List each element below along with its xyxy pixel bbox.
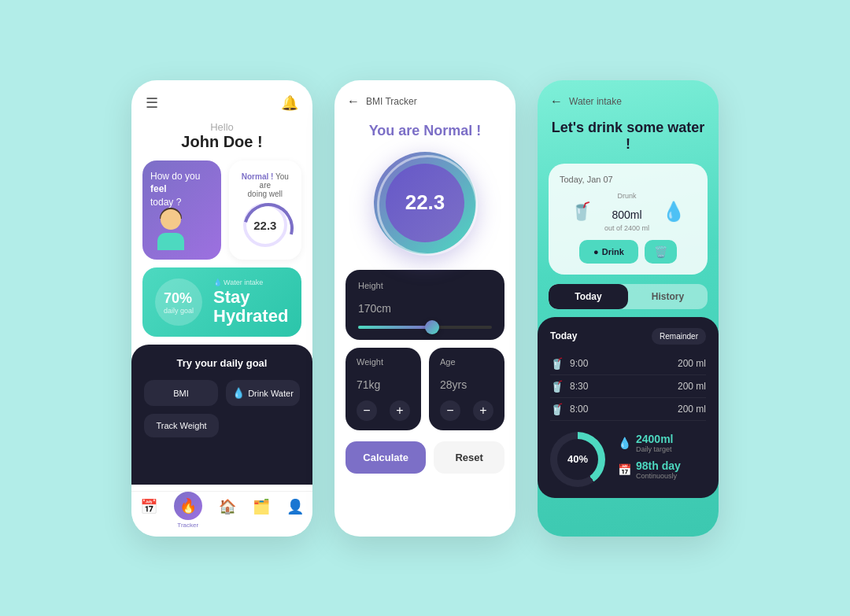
drink-dot: ● — [593, 247, 599, 256]
water-drunk-label: Drunk — [604, 192, 649, 200]
weight-increase-button[interactable]: + — [390, 400, 410, 421]
feel-card[interactable]: How do you feeltoday ? — [142, 160, 221, 260]
fire-icon: 🔥 — [174, 492, 202, 520]
nav-tracker[interactable]: 🔥 Tracker — [174, 498, 202, 529]
nav-profile[interactable]: 👤 — [286, 498, 304, 529]
avatar-shirt — [157, 233, 184, 250]
avatar — [150, 209, 191, 250]
screen-water: ← Water intake Let's drink some water ! … — [538, 80, 719, 537]
reset-button[interactable]: Reset — [434, 441, 504, 474]
bmi-screen-title: BMI Tracker — [366, 96, 417, 107]
water-header: ← Water intake — [538, 80, 719, 116]
water-today-card: Today, Jan 07 🥤 Drunk 800ml out of 2400 … — [549, 164, 708, 275]
height-card: Height 170cm — [346, 270, 504, 340]
daily-target-label: Daily target — [636, 445, 673, 453]
calc-buttons: Calculate Reset — [346, 441, 504, 474]
log-amount-3: 200 ml — [678, 404, 706, 415]
weight-stepper: − + — [357, 400, 410, 421]
height-slider-track[interactable] — [358, 326, 492, 329]
water-progress-circle: 40% — [550, 432, 605, 487]
water-circle-bg: 70% daily goal — [155, 278, 202, 326]
weight-label: Weight — [357, 357, 410, 367]
feel-card-text: How do you feeltoday ? — [150, 170, 213, 209]
log-cup-icon-1: 🥤 — [550, 357, 564, 370]
metrics-row: Weight 71kg − + Age 28yrs − + — [346, 348, 504, 430]
water-stats-details: 💧 2400ml Daily target 📅 98th day — [618, 433, 706, 486]
height-value: 170cm — [358, 293, 492, 318]
age-increase-button[interactable]: + — [473, 400, 493, 421]
streak-stat: 📅 98th day Continuously — [618, 459, 706, 480]
water-drop-icon: 💧 — [662, 201, 686, 223]
log-amount-1: 200 ml — [678, 358, 706, 369]
screen-home: ☰ 🔔 Hello John Doe ! How do you feeltoda… — [131, 80, 312, 537]
water-back-arrow-icon[interactable]: ← — [550, 94, 563, 109]
daily-goal-title: Try your daily goal — [144, 357, 300, 369]
nav-grid[interactable]: 🗂️ — [253, 498, 270, 529]
bmi-status-text: You are Normal ! — [334, 116, 516, 152]
calendar-stat-icon: 📅 — [618, 463, 631, 476]
drink-button[interactable]: ● Drink — [579, 240, 638, 264]
goal-buttons: BMI 💧 Drink Water — [144, 380, 300, 406]
nav-calendar[interactable]: 📅 — [140, 498, 157, 529]
avatar-head — [161, 209, 181, 230]
daily-goal-section: Try your daily goal BMI 💧 Drink Water Tr… — [131, 345, 312, 485]
height-slider-fill — [358, 326, 432, 329]
back-arrow-icon[interactable]: ← — [347, 94, 360, 109]
trash-button[interactable]: 🗑️ — [645, 240, 677, 264]
weight-card: Weight 71kg − + — [346, 348, 421, 430]
water-amount-main: Drunk 800ml out of 2400 ml — [604, 192, 649, 232]
log-time-3: 8:00 — [570, 404, 588, 415]
water-label: 💧Water intake — [213, 278, 288, 286]
water-out-of: out of 2400 ml — [604, 224, 649, 232]
tab-history[interactable]: History — [628, 284, 708, 309]
remainder-button[interactable]: Remainder — [652, 328, 706, 345]
home-header: ☰ 🔔 — [131, 80, 312, 118]
height-label: Height — [358, 281, 492, 290]
water-percent: 70% — [164, 290, 194, 307]
water-stats-row: 40% 💧 2400ml Daily target — [550, 432, 706, 487]
water-screen-title: Water intake — [569, 96, 622, 107]
weight-decrease-button[interactable]: − — [357, 400, 377, 421]
log-header: Today Remainder — [550, 328, 706, 345]
grid-icon: 🗂️ — [253, 498, 270, 515]
menu-icon[interactable]: ☰ — [146, 94, 158, 112]
drink-buttons: ● Drink 🗑️ — [560, 240, 697, 264]
bell-icon[interactable]: 🔔 — [281, 94, 298, 112]
age-card: Age 28yrs − + — [429, 348, 504, 430]
age-label: Age — [440, 357, 493, 367]
tab-bar: Today History — [549, 284, 708, 309]
track-weight-button[interactable]: Track Weight — [144, 414, 219, 437]
water-today-date: Today, Jan 07 — [560, 175, 697, 184]
greeting-section: Hello John Doe ! — [131, 118, 312, 160]
calculate-button[interactable]: Calculate — [346, 441, 426, 474]
height-slider-thumb[interactable] — [425, 320, 439, 334]
nav-home[interactable]: 🏠 — [219, 498, 236, 529]
nav-tracker-label: Tracker — [177, 522, 198, 529]
age-decrease-button[interactable]: − — [440, 400, 460, 421]
bmi-header: ← BMI Tracker — [334, 80, 516, 116]
profile-icon: 👤 — [286, 498, 304, 515]
log-cup-icon-2: 🥤 — [550, 380, 564, 393]
daily-target-stat: 💧 2400ml Daily target — [618, 433, 706, 453]
drink-water-button[interactable]: 💧 Drink Water — [226, 380, 300, 406]
streak-value: 98th day — [636, 459, 681, 472]
water-circle: 70% daily goal — [155, 278, 202, 326]
water-drop-icon: 💧 — [232, 387, 245, 399]
water-stay-text: StayHydrated — [213, 288, 288, 326]
bmi-button[interactable]: BMI — [144, 380, 218, 406]
water-log-section: Today Remainder 🥤 9:00 200 ml 🥤 8:30 200… — [538, 317, 719, 498]
log-item-1: 🥤 9:00 200 ml — [550, 352, 706, 375]
log-item-2-left: 🥤 8:30 — [550, 380, 588, 393]
normal-card[interactable]: Normal ! You aredoing well 22.3 — [229, 160, 301, 260]
log-title: Today — [550, 330, 577, 341]
home-icon: 🏠 — [219, 498, 236, 515]
tab-today[interactable]: Today — [549, 284, 628, 309]
water-display: 🥤 Drunk 800ml out of 2400 ml 💧 — [560, 192, 697, 232]
cup-icon: 🥤 — [571, 201, 592, 222]
normal-card-text: Normal ! You aredoing well — [237, 172, 294, 198]
cards-row: How do you feeltoday ? Normal ! You ared… — [131, 160, 312, 267]
daily-target-value: 2400ml — [636, 433, 673, 445]
water-intake-card[interactable]: 70% daily goal 💧Water intake StayHydrate… — [142, 267, 301, 337]
log-cup-icon-3: 🥤 — [550, 403, 564, 415]
water-progress-percent: 40% — [557, 439, 598, 480]
